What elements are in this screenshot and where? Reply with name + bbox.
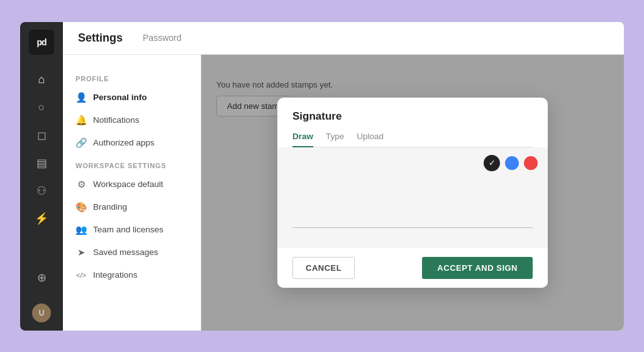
accept-sign-button[interactable]: ACCEPT AND SIGN [422, 257, 533, 279]
authorized-apps-label: Authorized apps [93, 138, 155, 147]
icon-nav: pd ⌂ ○ ◻ ▤ ⚇ ⚡ ⊕ U [20, 22, 63, 331]
branding-label: Branding [93, 202, 127, 212]
saved-messages-icon: ➤ [75, 247, 87, 258]
sidebar-item-branding[interactable]: 🎨 Branding [63, 196, 201, 219]
content-body: PROFILE 👤 Personal info 🔔 Notifications … [63, 55, 624, 331]
team-label: Team and licenses [93, 225, 164, 234]
nav-check[interactable]: ○ [29, 95, 54, 120]
nav-home[interactable]: ⌂ [29, 67, 54, 93]
main-content: Settings Password PROFILE 👤 Personal inf… [63, 22, 624, 331]
sidebar: PROFILE 👤 Personal info 🔔 Notifications … [63, 55, 201, 331]
modal-tabs: Draw Type Upload [292, 132, 533, 147]
settings-header: Settings Password [63, 22, 624, 55]
modal-title: Signature [292, 110, 533, 123]
sidebar-item-workspace-default[interactable]: ⚙ Workspace default [63, 173, 201, 196]
app-container: pd ⌂ ○ ◻ ▤ ⚇ ⚡ ⊕ U Settings Password PRO… [20, 22, 624, 331]
nav-avatar[interactable]: U [29, 300, 54, 326]
nav-bolt[interactable]: ⚡ [29, 206, 54, 231]
sidebar-item-integrations[interactable]: </> Integrations [63, 264, 201, 287]
workspace-section-label: WORKSPACE SETTINGS [63, 162, 201, 169]
sig-confirm-button[interactable]: ✓ [484, 155, 500, 171]
sidebar-item-personal-info[interactable]: 👤 Personal info [63, 86, 201, 109]
header-tab-password[interactable]: Password [143, 33, 181, 43]
right-content: You have not added stamps yet. Add new s… [201, 55, 624, 331]
team-icon: 👥 [75, 224, 87, 236]
sig-red-button[interactable] [524, 156, 538, 170]
integrations-icon: </> [75, 270, 87, 281]
modal-header: Signature Draw Type Upload [277, 98, 548, 147]
signature-draw-area[interactable]: ✓ [277, 147, 548, 248]
personal-info-icon: 👤 [75, 92, 87, 103]
sidebar-item-notifications[interactable]: 🔔 Notifications [63, 109, 201, 132]
settings-title: Settings [78, 31, 123, 45]
saved-messages-label: Saved messages [93, 247, 158, 257]
nav-add-user[interactable]: ⊕ [29, 265, 54, 290]
profile-section-label: PROFILE [63, 75, 201, 82]
sig-blue-button[interactable] [505, 156, 519, 170]
cancel-button[interactable]: CANCEL [292, 257, 355, 279]
authorized-apps-icon: 🔗 [75, 137, 87, 149]
nav-document[interactable]: ◻ [29, 123, 54, 148]
logo: pd [29, 30, 54, 55]
notifications-label: Notifications [93, 115, 140, 125]
logo-text: pd [36, 37, 46, 47]
sidebar-item-saved-messages[interactable]: ➤ Saved messages [63, 241, 201, 264]
integrations-label: Integrations [93, 270, 138, 280]
tab-type[interactable]: Type [326, 132, 344, 147]
modal-footer: CANCEL ACCEPT AND SIGN [277, 248, 548, 288]
tab-draw[interactable]: Draw [292, 132, 313, 147]
workspace-default-label: Workspace default [93, 179, 164, 189]
sidebar-item-authorized-apps[interactable]: 🔗 Authorized apps [63, 132, 201, 154]
branding-icon: 🎨 [75, 202, 87, 213]
sidebar-item-team-and-licenses[interactable]: 👥 Team and licenses [63, 219, 201, 241]
workspace-default-icon: ⚙ [75, 179, 87, 190]
nav-person[interactable]: ⚇ [29, 178, 54, 203]
personal-info-label: Personal info [93, 93, 147, 102]
signature-actions: ✓ [484, 155, 538, 171]
tab-upload[interactable]: Upload [357, 132, 384, 147]
signature-modal: Signature Draw Type Upload ✓ [277, 98, 548, 288]
modal-overlay: Signature Draw Type Upload ✓ [201, 55, 624, 331]
signature-line [292, 227, 533, 228]
notifications-icon: 🔔 [75, 115, 87, 126]
nav-chart[interactable]: ▤ [29, 150, 54, 176]
